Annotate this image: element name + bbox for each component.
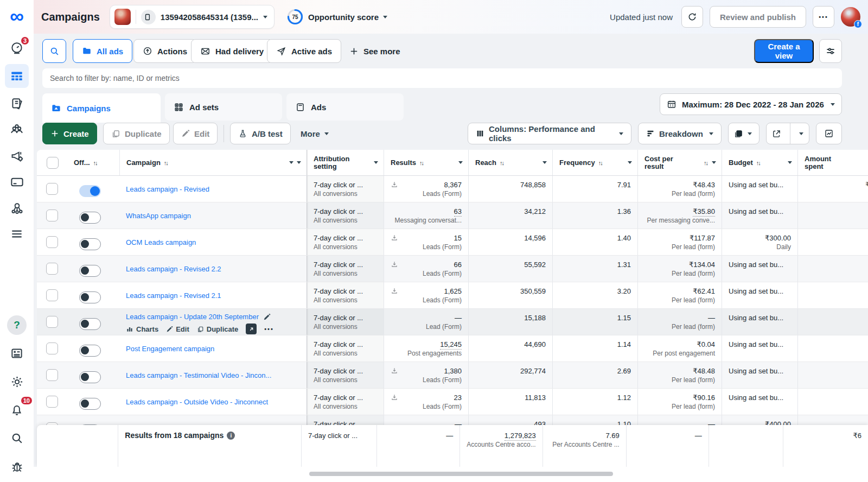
sidebar-item-events-manager[interactable] xyxy=(5,198,29,218)
sidebar-item-campaigns[interactable] xyxy=(5,64,29,88)
column-header-results[interactable]: Results↑↓ xyxy=(384,150,468,175)
duplicate-button[interactable]: Duplicate xyxy=(103,123,170,144)
create-button[interactable]: Create xyxy=(42,123,97,144)
column-header-campaign[interactable]: Campaign↑↓ xyxy=(119,150,307,175)
create-a-view-button[interactable]: Create a view xyxy=(754,39,814,63)
campaign-link[interactable]: Leads campaign - Revised xyxy=(126,185,209,194)
column-caret-icon[interactable] xyxy=(297,161,301,164)
sort-icon[interactable]: ↑↓ xyxy=(164,160,169,166)
ab-test-button[interactable]: A/B test xyxy=(230,123,291,144)
horizontal-scrollbar[interactable] xyxy=(309,472,613,476)
sidebar-item-ads-reporting[interactable] xyxy=(5,93,29,114)
more-button[interactable]: More xyxy=(293,123,336,144)
campaign-toggle[interactable] xyxy=(79,185,101,197)
search-filter-button[interactable] xyxy=(42,39,66,63)
row-action-duplicate[interactable]: Duplicate xyxy=(197,325,239,334)
info-icon[interactable]: i xyxy=(227,432,235,440)
row-checkbox[interactable] xyxy=(46,396,58,408)
sidebar-item-billing[interactable] xyxy=(5,172,29,192)
row-action-open-charts[interactable] xyxy=(246,324,257,334)
campaign-toggle[interactable] xyxy=(79,398,101,410)
pencil-icon[interactable] xyxy=(263,313,271,321)
see-more-filters[interactable]: See more xyxy=(349,39,400,63)
campaign-link[interactable]: Leads campaign - Update 20th September xyxy=(126,312,259,321)
sidebar-item-report-bug[interactable] xyxy=(5,456,29,477)
sidebar-item-notifications[interactable]: 10 xyxy=(5,399,29,420)
campaign-link[interactable]: Post Engagement campaign xyxy=(126,344,214,353)
reports-button[interactable] xyxy=(728,123,760,144)
charts-panel-button[interactable] xyxy=(816,123,842,144)
column-header-reach[interactable]: Reach↑↓ xyxy=(468,150,552,175)
campaign-link[interactable]: WhatsApp campaign xyxy=(126,211,191,220)
tab-ads[interactable]: Ads xyxy=(286,93,404,120)
meta-logo-icon[interactable]: ∞ xyxy=(10,4,24,28)
column-caret-icon[interactable] xyxy=(788,161,792,164)
campaign-toggle[interactable] xyxy=(79,265,101,277)
sidebar-item-help[interactable]: ? xyxy=(5,315,29,335)
filter-chip-active-ads[interactable]: Active ads xyxy=(267,39,341,63)
filter-chip-all-ads[interactable]: All ads xyxy=(73,39,132,63)
campaign-link[interactable]: Leads campaign - Revised 2.1 xyxy=(126,291,221,300)
sidebar-item-search[interactable] xyxy=(5,428,29,448)
campaign-link[interactable]: Leads campaign - Testimonial Video - Jin… xyxy=(126,371,271,380)
row-checkbox[interactable] xyxy=(46,236,58,248)
campaign-link[interactable]: Leads campaign - Outside Video - Jinconn… xyxy=(126,397,268,407)
edit-button[interactable]: Edit xyxy=(173,123,218,144)
download-leads-icon[interactable] xyxy=(391,394,398,401)
row-checkbox[interactable] xyxy=(46,343,58,354)
column-header-frequency[interactable]: Frequency↑↓ xyxy=(552,150,637,175)
refresh-button[interactable] xyxy=(681,6,703,28)
filter-chip-had-delivery[interactable]: Had delivery xyxy=(191,39,273,63)
sidebar-item-business-news[interactable] xyxy=(5,343,29,364)
sidebar-item-opportunities[interactable]: 3 xyxy=(5,38,29,59)
campaign-toggle[interactable] xyxy=(79,238,101,250)
download-leads-icon[interactable] xyxy=(391,234,398,242)
campaign-toggle[interactable] xyxy=(79,345,101,357)
account-selector[interactable]: 135942058645314 (1359... xyxy=(110,5,275,29)
opportunity-score[interactable]: 75 Opportunity score xyxy=(286,8,387,26)
column-caret-icon[interactable] xyxy=(458,161,463,164)
column-caret-icon[interactable] xyxy=(712,161,716,164)
review-and-publish-button[interactable]: Review and publish xyxy=(710,6,806,28)
sort-icon[interactable]: ↑↓ xyxy=(93,160,98,166)
row-action-more[interactable]: ••• xyxy=(264,325,274,334)
row-checkbox[interactable] xyxy=(46,263,58,275)
download-leads-icon[interactable] xyxy=(391,287,398,295)
campaign-toggle[interactable] xyxy=(79,291,101,303)
view-settings-button[interactable] xyxy=(819,39,842,63)
tab-ad-sets[interactable]: Ad sets xyxy=(165,93,282,120)
campaign-toggle[interactable] xyxy=(79,318,101,330)
campaign-link[interactable]: OCM Leads campaign xyxy=(126,238,196,247)
column-caret-icon[interactable] xyxy=(628,161,632,164)
download-leads-icon[interactable] xyxy=(391,367,398,375)
column-caret-icon[interactable] xyxy=(374,161,378,164)
row-checkbox[interactable] xyxy=(46,210,58,221)
export-button[interactable] xyxy=(766,123,809,144)
column-header-amount-spent[interactable]: Amount spent xyxy=(797,150,868,175)
filter-chip-actions[interactable]: Actions xyxy=(133,39,196,63)
sort-icon[interactable]: ↑↓ xyxy=(500,160,505,166)
select-all-checkbox[interactable] xyxy=(47,157,59,169)
column-caret-icon[interactable] xyxy=(542,161,547,164)
column-header-off[interactable]: Off...↑↓ xyxy=(67,150,119,175)
row-checkbox[interactable] xyxy=(46,369,58,381)
column-header-attribution[interactable]: Attribution setting xyxy=(307,150,384,175)
user-avatar[interactable]: f xyxy=(841,7,860,27)
tab-campaigns[interactable]: Campaigns xyxy=(42,93,161,123)
column-header-cost-per-result[interactable]: Cost per result↑↓ xyxy=(637,150,722,175)
row-action-charts[interactable]: Charts xyxy=(126,325,158,334)
campaign-link[interactable]: Leads campaign - Revised 2.2 xyxy=(126,264,221,274)
search-input[interactable] xyxy=(42,68,842,88)
row-action-edit[interactable]: Edit xyxy=(166,325,189,334)
date-range-selector[interactable]: Maximum: 28 Dec 2022 - 28 Jan 2026 xyxy=(660,93,842,115)
sort-icon[interactable]: ↑↓ xyxy=(598,160,603,166)
more-options-button[interactable]: ••• xyxy=(813,6,834,28)
sort-icon[interactable]: ↑↓ xyxy=(756,160,761,166)
download-leads-icon[interactable] xyxy=(391,261,398,268)
download-leads-icon[interactable] xyxy=(391,181,398,188)
column-header-budget[interactable]: Budget↑↓ xyxy=(722,150,797,175)
breakdown-button[interactable]: Breakdown xyxy=(638,123,722,144)
sidebar-item-advertising-settings[interactable] xyxy=(5,145,29,166)
row-checkbox[interactable] xyxy=(46,316,58,328)
sort-icon[interactable]: ↑↓ xyxy=(704,160,709,166)
